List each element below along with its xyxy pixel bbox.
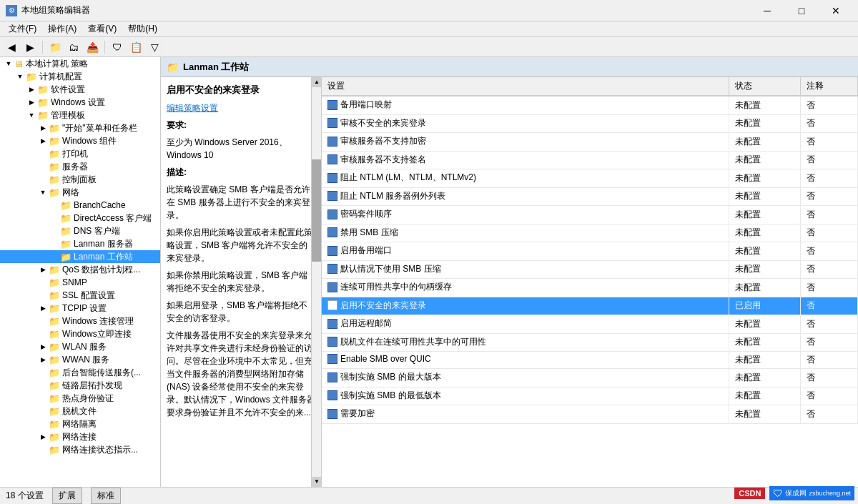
sidebar-item-dns-client[interactable]: 📁 DNS 客户端 bbox=[0, 224, 160, 237]
sidebar-item-hotspot-auth[interactable]: 📁 热点身份验证 bbox=[0, 392, 160, 405]
menu-help[interactable]: 帮助(H) bbox=[122, 21, 163, 36]
scroll-up-arrow[interactable]: ▲ bbox=[312, 77, 322, 87]
menu-bar: 文件(F) 操作(A) 查看(V) 帮助(H) bbox=[0, 21, 858, 37]
desc-scrollbar[interactable]: ▲ ▼ bbox=[311, 77, 321, 487]
toggle-start-menu[interactable]: ▶ bbox=[37, 122, 49, 134]
table-row[interactable]: 审核服务器不支持加密 未配置 否 bbox=[322, 133, 858, 152]
sidebar-label-qos: QoS 数据包计划程... bbox=[62, 264, 140, 276]
table-row[interactable]: 阻止 NTLM (LM、NTLM、NTLMv2) 未配置 否 bbox=[322, 169, 858, 188]
table-row[interactable]: 强制实施 SMB 的最低版本 未配置 否 bbox=[322, 387, 858, 405]
close-button[interactable]: ✕ bbox=[819, 0, 852, 21]
toggle-windows-components[interactable]: ▶ bbox=[37, 135, 49, 147]
sidebar-item-windows-settings[interactable]: ▶ 📁 Windows 设置 bbox=[0, 96, 160, 109]
table-row[interactable]: 审核服务器不支持签名 未配置 否 bbox=[322, 151, 858, 169]
tb-policy-button[interactable]: 🛡 bbox=[109, 39, 126, 55]
sidebar-item-admin-templates[interactable]: ▼ 📁 管理模板 bbox=[0, 109, 160, 122]
sidebar-item-lanman-workstation[interactable]: 📁 Lanman 工作站 bbox=[0, 250, 160, 263]
table-row[interactable]: 需要加密 未配置 否 bbox=[322, 405, 858, 424]
table-row[interactable]: 强制实施 SMB 的最大版本 未配置 否 bbox=[322, 369, 858, 387]
sidebar-item-root[interactable]: ▼ 🖥 本地计算机 策略 bbox=[0, 57, 160, 70]
sidebar-item-wwan[interactable]: ▶ 📁 WWAN 服务 bbox=[0, 353, 160, 366]
tb-list-button[interactable]: 📋 bbox=[127, 39, 144, 55]
table-row[interactable]: 禁用 SMB 压缩 未配置 否 bbox=[322, 224, 858, 242]
cell-note: 否 bbox=[801, 224, 858, 242]
toggle-admin-templates[interactable]: ▼ bbox=[26, 109, 37, 121]
table-row[interactable]: 脱机文件在连续可用性共享中的可用性 未配置 否 bbox=[322, 333, 858, 352]
menu-view[interactable]: 查看(V) bbox=[82, 21, 122, 36]
sidebar-item-windows-connection[interactable]: 📁 Windows 连接管理 bbox=[0, 315, 160, 327]
toggle-network-connection[interactable]: ▶ bbox=[37, 431, 49, 443]
table-row[interactable]: 启用远程邮简 未配置 否 bbox=[322, 315, 858, 334]
sidebar-item-qos[interactable]: ▶ 📁 QoS 数据包计划程... bbox=[0, 263, 160, 276]
menu-file[interactable]: 文件(F) bbox=[3, 21, 42, 36]
tb-folder-button[interactable]: 📁 bbox=[46, 39, 64, 55]
minimize-button[interactable]: ─ bbox=[751, 0, 784, 21]
table-row[interactable]: 密码套件顺序 未配置 否 bbox=[322, 206, 858, 224]
table-row[interactable]: Enable SMB over QUIC 未配置 否 bbox=[322, 352, 858, 369]
sidebar-item-lanman-server[interactable]: 📁 Lanman 服务器 bbox=[0, 237, 160, 250]
table-row[interactable]: 启用备用端口 未配置 否 bbox=[322, 242, 858, 261]
sidebar-item-branchcache[interactable]: 📁 BranchCache bbox=[0, 199, 160, 212]
edit-policy-link[interactable]: 编辑策略设置 bbox=[167, 103, 218, 113]
sidebar-item-network-status[interactable]: 📁 网络连接状态指示... bbox=[0, 443, 160, 456]
sidebar-item-snmp[interactable]: 📁 SNMP bbox=[0, 276, 160, 289]
folder-icon-network-status: 📁 bbox=[49, 445, 60, 455]
folder-icon-link-layer: 📁 bbox=[49, 380, 60, 391]
sidebar-item-start-menu[interactable]: ▶ 📁 "开始"菜单和任务栏 bbox=[0, 122, 160, 134]
sidebar-item-directaccess[interactable]: 📁 DirectAccess 客户端 bbox=[0, 212, 160, 224]
sidebar-item-windows-components[interactable]: ▶ 📁 Windows 组件 bbox=[0, 134, 160, 147]
footer-tab-standard[interactable]: 标准 bbox=[91, 488, 121, 504]
toggle-wwan[interactable]: ▶ bbox=[37, 354, 49, 365]
toggle-software-settings[interactable]: ▶ bbox=[26, 84, 37, 95]
sidebar-item-offline-files[interactable]: 📁 脱机文件 bbox=[0, 405, 160, 417]
sidebar-item-wlan[interactable]: ▶ 📁 WLAN 服务 bbox=[0, 340, 160, 353]
table-row[interactable]: 备用端口映射 未配置 否 bbox=[322, 96, 858, 114]
toggle-root[interactable]: ▼ bbox=[3, 58, 14, 69]
sidebar-item-tcpip[interactable]: ▶ 📁 TCPIP 设置 bbox=[0, 302, 160, 315]
policy-icon bbox=[327, 118, 337, 128]
sidebar-item-link-layer[interactable]: 📁 链路层拓扑发现 bbox=[0, 379, 160, 392]
sidebar-item-windows-instant[interactable]: 📁 Windows立即连接 bbox=[0, 327, 160, 340]
toggle-windows-settings[interactable]: ▶ bbox=[26, 97, 37, 108]
title-bar: ⚙ 本地组策略编辑器 ─ □ ✕ bbox=[0, 0, 858, 21]
toggle-qos[interactable]: ▶ bbox=[37, 264, 49, 275]
sidebar-item-computer-config[interactable]: ▼ 📁 计算机配置 bbox=[0, 70, 160, 83]
tb-export-button[interactable]: 📤 bbox=[84, 39, 101, 55]
table-row[interactable]: 阻止 NTLM 服务器例外列表 未配置 否 bbox=[322, 187, 858, 206]
scroll-thumb[interactable] bbox=[312, 159, 322, 262]
folder-icon-windows-settings: 📁 bbox=[37, 97, 49, 108]
sidebar-label-network-status: 网络连接状态指示... bbox=[62, 444, 138, 456]
maximize-button[interactable]: □ bbox=[785, 0, 818, 21]
sidebar-item-server[interactable]: 📁 服务器 bbox=[0, 160, 160, 173]
toggle-computer-config[interactable]: ▼ bbox=[14, 71, 26, 82]
desc-desc-text: 此策略设置确定 SMB 客户端是否允许在 SMB 服务器上进行不安全的来宾登录。 bbox=[167, 183, 315, 222]
sidebar-label-windows-settings: Windows 设置 bbox=[51, 97, 105, 109]
tb-forward-button[interactable]: ▶ bbox=[21, 39, 39, 55]
toggle-wlan[interactable]: ▶ bbox=[37, 341, 49, 352]
toggle-tcpip[interactable]: ▶ bbox=[37, 302, 49, 314]
table-header-row: 设置 状态 注释 bbox=[322, 77, 858, 96]
table-row[interactable]: 连续可用性共享中的句柄缓存 未配置 否 bbox=[322, 279, 858, 297]
table-row[interactable]: 默认情况下使用 SMB 压缩 未配置 否 bbox=[322, 260, 858, 279]
sidebar-item-control-panel[interactable]: 📁 控制面板 bbox=[0, 173, 160, 186]
setting-name: 启用远程邮简 bbox=[340, 317, 392, 330]
sidebar-item-printer[interactable]: 📁 打印机 bbox=[0, 147, 160, 160]
table-row[interactable]: 启用不安全的来宾登录 已启用 否 bbox=[322, 297, 858, 315]
sidebar-item-network-isolation[interactable]: 📁 网络隔离 bbox=[0, 417, 160, 430]
sidebar-item-network[interactable]: ▼ 📁 网络 bbox=[0, 186, 160, 199]
cell-setting: 密码套件顺序 bbox=[322, 206, 729, 224]
scroll-down-arrow[interactable]: ▼ bbox=[312, 477, 322, 487]
footer-tab-expand[interactable]: 扩展 bbox=[52, 488, 82, 504]
sidebar-item-ssl-config[interactable]: 📁 SSL 配置设置 bbox=[0, 289, 160, 302]
menu-action[interactable]: 操作(A) bbox=[42, 21, 82, 36]
toggle-network[interactable]: ▼ bbox=[37, 187, 49, 198]
sidebar-item-bg-intelligent[interactable]: 📁 后台智能传送服务(... bbox=[0, 366, 160, 379]
sidebar-item-software-settings[interactable]: ▶ 📁 软件设置 bbox=[0, 83, 160, 96]
tb-back-button[interactable]: ◀ bbox=[3, 39, 20, 55]
main-container: ▼ 🖥 本地计算机 策略 ▼ 📁 计算机配置 ▶ 📁 软件设置 ▶ 📁 Wind… bbox=[0, 57, 858, 487]
sidebar-item-network-connection[interactable]: ▶ 📁 网络连接 bbox=[0, 430, 160, 443]
sidebar-label-network: 网络 bbox=[62, 187, 79, 199]
table-row[interactable]: 审核不安全的来宾登录 未配置 否 bbox=[322, 114, 858, 133]
tb-filter-button[interactable]: ▽ bbox=[146, 39, 163, 55]
tb-folder2-button[interactable]: 🗂 bbox=[65, 39, 82, 55]
